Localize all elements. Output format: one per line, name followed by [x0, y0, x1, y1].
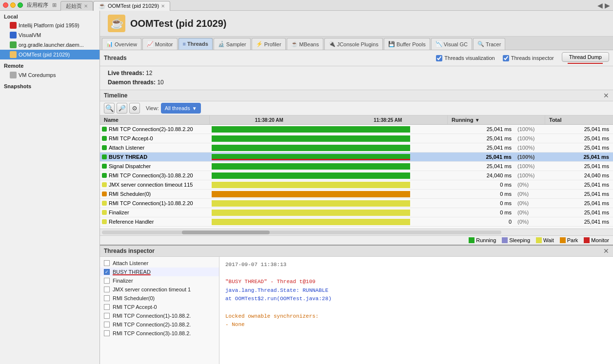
inspector-section: Threads inspector ✕ Attach Listener	[100, 245, 613, 364]
thread-dump-button[interactable]: Thread Dump	[562, 52, 609, 62]
row10-bar	[210, 209, 447, 217]
sidebar-item-coredumps[interactable]: VM Coredumps	[0, 70, 99, 80]
tab-monitor[interactable]: 📈 Monitor	[142, 38, 178, 50]
table-row-busy[interactable]: BUSY THREAD 25,041 ms (100%) 25,041 ms	[100, 153, 613, 162]
inspector-item-rmisched[interactable]: RMI Scheduler(0)	[100, 294, 219, 303]
tab-profiler[interactable]: ⚡ Profiler	[252, 38, 286, 50]
sidebar-remote-header[interactable]: Remote	[0, 61, 99, 70]
daemon-threads-value: 10	[157, 79, 163, 86]
sidebar-snapshots-header[interactable]: Snapshots	[0, 82, 99, 91]
view-select[interactable]: All threads ▼	[161, 103, 201, 114]
tab-threads[interactable]: ≡ Threads	[178, 38, 213, 50]
inspector-item-attach[interactable]: Attach Listener	[100, 259, 219, 268]
row2-bar	[210, 134, 447, 143]
inspector-item-finalizer[interactable]: Finalizer	[100, 276, 219, 285]
nav-back[interactable]: ◀	[597, 1, 603, 9]
tab-tracer-label: Tracer	[486, 41, 501, 47]
zoom-in-btn[interactable]: 🔍	[104, 103, 115, 114]
table-row[interactable]: JMX server connection timeout 115 0 ms (…	[100, 180, 613, 190]
tab-profiler-label: Profiler	[264, 41, 281, 47]
table-row[interactable]: Finalizer 0 ms (0%) 25,041 ms	[100, 208, 613, 217]
inspector-finalizer-label: Finalizer	[113, 278, 133, 284]
horizontal-scrollbar[interactable]	[100, 229, 613, 235]
tab-visualgc[interactable]: 📉 Visual GC	[431, 38, 472, 50]
tab-tracer[interactable]: 🔍 Tracer	[473, 38, 505, 50]
zoom-in-icon: 🔍	[105, 104, 114, 112]
row11-name-text: Reference Handler	[109, 219, 154, 225]
tab-overview[interactable]: 📊 Overview	[102, 38, 141, 50]
threads-icon: ≡	[183, 41, 186, 47]
tab-qishi[interactable]: 起始页 ✕	[60, 1, 93, 11]
remote-label: Remote	[4, 63, 23, 69]
code-line-state: java.lang.Thread.State: RUNNABLE	[225, 287, 607, 295]
table-row[interactable]: RMI TCP Accept-0 25,041 ms (100%) 25,041…	[100, 134, 613, 143]
nav-forward[interactable]: ▶	[605, 1, 610, 9]
code-line-1: 2017-09-07 11:38:13	[225, 261, 607, 269]
inspector-body: Attach Listener ✓ BUSY THREAD Finalizer	[100, 257, 613, 364]
timeline-close-btn[interactable]: ✕	[603, 92, 609, 99]
zoom-fit-btn[interactable]: ⊙	[129, 103, 140, 114]
tab-sampler[interactable]: 🔬 Sampler	[214, 38, 251, 50]
threads-viz-checkbox[interactable]	[436, 55, 442, 61]
sidebar-item-oomtest[interactable]: OOMTest (pid 21029)	[0, 50, 99, 59]
monitor-icon: 📈	[147, 41, 154, 47]
sidebar-item-intellij[interactable]: Intellij Platform (pid 1959)	[0, 20, 99, 30]
inspector-item-jmx[interactable]: JMX server connection timeout 1	[100, 285, 219, 294]
inspector-item-rmiaccept[interactable]: RMI TCP Accept-0	[100, 303, 219, 311]
tab-overview-label: Overview	[115, 41, 137, 47]
snapshots-label: Snapshots	[4, 83, 31, 89]
threads-section: Threads Threads visualization Threads in…	[100, 50, 613, 364]
tab-oomtest-close[interactable]: ✕	[161, 3, 165, 9]
inspector-item-rmi2[interactable]: RMI TCP Connection(2)-10.88.2.	[100, 320, 219, 329]
sidebar-item-visualvm[interactable]: VisualVM	[0, 30, 99, 40]
table-row[interactable]: RMI TCP Connection(3)-10.88.2.20 24,040 …	[100, 171, 613, 180]
zoom-out-btn[interactable]: 🔎	[117, 103, 127, 114]
legend-park-label: Park	[567, 237, 578, 243]
row9-ms: 0 ms	[447, 200, 515, 207]
row6-ms: 24,040 ms	[447, 172, 515, 179]
ts1: 11:38:20 AM	[210, 117, 329, 123]
table-row[interactable]: Attach Listener 25,041 ms (100%) 25,041 …	[100, 143, 613, 153]
win-close-btn[interactable]	[3, 2, 8, 8]
win-max-btn[interactable]	[18, 2, 23, 8]
row5-name: Signal Dispatcher	[100, 163, 210, 170]
threads-inspector-label: Threads inspector	[511, 55, 554, 61]
timeline-section: Timeline ✕ 🔍 🔎 ⊙ View: Al	[100, 90, 613, 245]
tab-qishi-close[interactable]: ✕	[84, 3, 88, 9]
tab-oomtest[interactable]: ☕ OOMTest (pid 21029) ✕	[93, 1, 170, 11]
tab-mbeans[interactable]: ☕ MBeans	[287, 38, 323, 50]
inspector-item-rmi3[interactable]: RMI TCP Connection(3)-10.88.2.	[100, 329, 219, 338]
table-row[interactable]: RMI TCP Connection(1)-10.88.2.20 0 ms (0…	[100, 199, 613, 208]
sidebar-item-gradle[interactable]: org.gradle.launcher.daem...	[0, 40, 99, 50]
table-row[interactable]: Reference Handler 0 (0%) 25,041 ms	[100, 217, 613, 227]
code-line-locked: Locked ownable synchronizers:	[225, 312, 607, 321]
row7-bar	[210, 181, 447, 189]
inspector-item-busy[interactable]: ✓ BUSY THREAD	[100, 268, 219, 276]
win-resize-icon: ⊞	[52, 2, 57, 8]
legend-monitor-label: Monitor	[591, 237, 609, 243]
running-sort-icon: ▼	[475, 117, 480, 123]
code-line-blank1	[225, 269, 607, 278]
inspector-close-btn[interactable]: ✕	[603, 247, 609, 255]
inspector-item-rmi1[interactable]: RMI TCP Connection(1)-10.88.2.	[100, 311, 219, 320]
row10-pct: (0%)	[515, 209, 545, 216]
col-name: Name	[100, 115, 210, 124]
threads-inspector-checkbox[interactable]	[503, 55, 509, 61]
win-min-btn[interactable]	[10, 2, 16, 8]
view-label: View:	[146, 105, 159, 111]
row1-ms: 25,041 ms	[447, 126, 515, 133]
table-row[interactable]: RMI TCP Connection(2)-10.88.2.20 25,041 …	[100, 125, 613, 134]
table-row[interactable]: Signal Dispatcher 25,041 ms (100%) 25,04…	[100, 162, 613, 171]
row6-bar	[210, 172, 447, 180]
inspector-busy-label: BUSY THREAD	[113, 269, 151, 275]
tracer-icon: 🔍	[477, 41, 484, 47]
row2-ms: 25,041 ms	[447, 135, 515, 142]
tab-jconsole[interactable]: 🔌 JConsole Plugins	[324, 38, 383, 50]
table-row[interactable]: RMI Scheduler(0) 0 ms (0%) 25,041 ms	[100, 190, 613, 199]
row2-name-text: RMI TCP Accept-0	[109, 135, 153, 141]
legend-running-label: Running	[476, 237, 496, 243]
row3-bar	[210, 144, 447, 152]
row7-ms: 0 ms	[447, 181, 515, 188]
tab-bufferpools[interactable]: 💾 Buffer Pools	[384, 38, 430, 50]
scrollbar-thumb[interactable]	[182, 230, 270, 234]
